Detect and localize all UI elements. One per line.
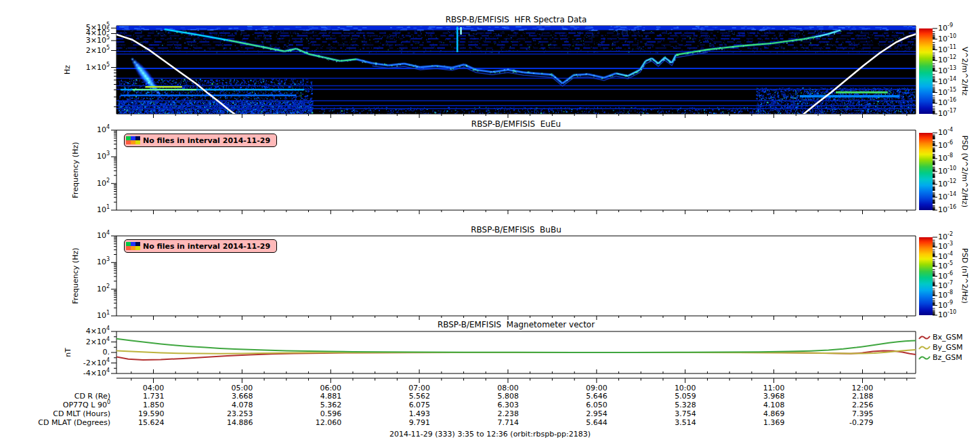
legend-line-icon (918, 344, 931, 351)
eueu-no-files-message: No files in interval 2014-11-29 (124, 134, 277, 147)
colorbar-tick-label: 10-13 (938, 66, 956, 75)
eueu-colorbar[interactable] (919, 133, 933, 210)
ephemeris-value: 12.060 (294, 418, 341, 427)
ephemeris-value: 14.886 (205, 418, 253, 427)
colorbar-tick-label: 10-10 (938, 310, 956, 319)
ephemeris-value: 3.968 (738, 392, 785, 401)
ephemeris-value: 23.253 (205, 409, 253, 418)
legend-label: Bz_GSM (933, 353, 962, 362)
ephemeris-value: 1.731 (117, 392, 165, 401)
y-tick-label: 4×104 (68, 327, 110, 336)
y-tick-label: 3×105 (68, 36, 110, 45)
colorbar-tick-label: 10-6 (938, 272, 953, 281)
hfr-colorbar[interactable] (919, 28, 933, 114)
colorbar-tick-label: 10-8 (938, 154, 953, 163)
eueu-y-axis-label: Frequency (Hz) (71, 142, 80, 199)
y-tick-label: 0. (68, 348, 110, 357)
colorbar-tick-label: 10-15 (938, 88, 956, 97)
ephemeris-value: 0.596 (294, 409, 341, 418)
colorbar-tick-label: 10-10 (938, 167, 956, 176)
ephemeris-value: 6.303 (471, 401, 519, 409)
ephemeris-row-label: CD MLAT (Degrees) (0, 418, 110, 427)
ephemeris-value: 3.754 (649, 409, 696, 418)
ephemeris-value: 1.369 (738, 418, 785, 427)
y-tick-label: 2×104 (68, 338, 110, 346)
y-tick-label: 102 (76, 285, 110, 293)
ephemeris-value: 5.644 (560, 418, 608, 427)
legend-item-Bx_GSM[interactable]: Bx_GSM (918, 332, 963, 342)
ephemeris-row-label: OP77Q L 900 (0, 401, 110, 409)
y-tick-label: 104 (76, 231, 110, 240)
ephemeris-value: 6.050 (560, 401, 608, 409)
spectrogram-icon (126, 242, 140, 250)
bubu-colorbar[interactable] (919, 237, 933, 315)
colorbar-tick-label: 10-5 (938, 262, 953, 270)
ephemeris-value: 1.850 (117, 401, 165, 409)
legend-label: Bx_GSM (933, 333, 963, 342)
ephemeris-row-label: CD MLT (Hours) (0, 409, 110, 418)
ephemeris-value: 3.514 (649, 418, 696, 427)
y-tick-label: 2×105 (68, 46, 110, 55)
colorbar-tick-label: 10-14 (938, 192, 956, 201)
mag-series-Bz_GSM (116, 339, 916, 352)
legend-item-Bz_GSM[interactable]: Bz_GSM (918, 352, 963, 363)
ephemeris-value: 5.362 (294, 401, 341, 409)
ephemeris-value: 5.328 (649, 401, 696, 409)
bubu-no-files-text: No files in interval 2014-11-29 (143, 242, 270, 251)
colorbar-tick-label: 10-7 (938, 281, 953, 290)
ephemeris-value: 3.668 (205, 392, 253, 401)
page-footer: 2014-11-29 (333) 3:35 to 12:36 (orbit:rb… (0, 430, 980, 439)
eueu-colorbar-unit-label: PSD (V^2/m^2/Hz) (960, 136, 969, 207)
hfr-spectrogram-plot[interactable] (116, 26, 916, 114)
legend-item-By_GSM[interactable]: By_GSM (918, 342, 963, 352)
ephemeris-value: 4.078 (205, 401, 253, 409)
colorbar-tick-label: 10-3 (938, 242, 953, 251)
ephemeris-value: 2.954 (560, 409, 608, 418)
colorbar-tick-label: 10-17 (938, 109, 956, 118)
ephemeris-value: 2.256 (826, 401, 873, 409)
y-tick-label: 104 (76, 125, 110, 134)
ephemeris-value: 15.624 (117, 418, 165, 427)
ephemeris-value: 4.869 (738, 409, 785, 418)
colorbar-tick-label: 10-12 (938, 56, 956, 64)
y-tick-label: 101 (76, 205, 110, 214)
spectrogram-icon (126, 136, 140, 144)
bubu-panel-title: RBSP-B/EMFISIS BuBu (116, 225, 916, 235)
hfr-colorbar-unit-label: V^2/m^2/Hz (960, 47, 969, 96)
legend-label: By_GSM (933, 343, 963, 352)
colorbar-tick-label: 10-8 (938, 291, 953, 300)
ephemeris-value: 9.791 (383, 418, 430, 427)
ephemeris-value: 1.493 (383, 409, 430, 418)
ephemeris-value: 5.808 (471, 392, 519, 401)
colorbar-tick-label: 10-9 (938, 24, 953, 33)
colorbar-tick-label: 10-2 (938, 232, 953, 241)
y-tick-label: 103 (76, 258, 110, 266)
colorbar-tick-label: 10-4 (938, 252, 953, 261)
ephemeris-value: 5.646 (560, 392, 608, 401)
colorbar-tick-label: 10-4 (938, 128, 953, 137)
bubu-no-files-message: No files in interval 2014-11-29 (124, 239, 277, 253)
colorbar-tick-label: 10-16 (938, 98, 956, 107)
magnetometer-plot[interactable] (116, 331, 916, 373)
colorbar-tick-label: 10-16 (938, 205, 956, 214)
hfr-panel-title: RBSP-B/EMFISIS HFR Spectra Data (116, 15, 916, 24)
ephemeris-value: 5.059 (649, 392, 696, 401)
mag-panel-title: RBSP-B/EMFISIS Magnetometer vector (116, 320, 916, 329)
colorbar-tick-label: 10-6 (938, 141, 953, 150)
y-tick-label: -2×104 (68, 359, 110, 367)
ephemeris-value: 2.238 (471, 409, 519, 418)
colorbar-tick-label: 10-14 (938, 77, 956, 86)
eueu-panel-title: RBSP-B/EMFISIS EuEu (116, 119, 916, 129)
ephemeris-value: 19.590 (117, 409, 165, 418)
ephemeris-value: 2.188 (826, 392, 873, 401)
bubu-y-axis-label: Frequency (Hz) (71, 248, 80, 304)
ephemeris-value: -0.279 (826, 418, 873, 427)
colorbar-tick-label: 10-11 (938, 45, 956, 54)
colorbar-tick-label: 10-9 (938, 301, 953, 310)
ephemeris-value: 5.562 (383, 392, 430, 401)
plot-page: RBSP-B/EMFISIS HFR Spectra Data Hz V^2/m… (0, 0, 980, 446)
mag-legend: Bx_GSM By_GSM Bz_GSM (918, 332, 963, 363)
eueu-no-files-text: No files in interval 2014-11-29 (143, 136, 270, 145)
ephemeris-value: 7.714 (471, 418, 519, 427)
ephemeris-value: 4.108 (738, 401, 785, 409)
